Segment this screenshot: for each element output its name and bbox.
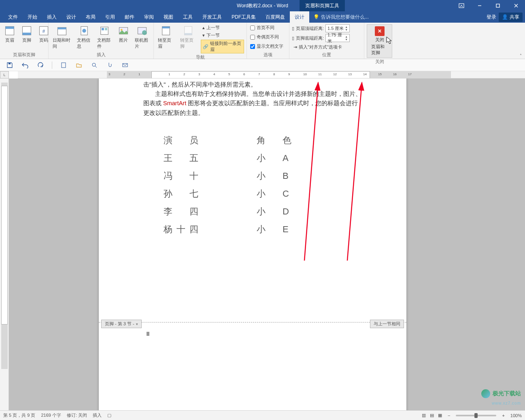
goto-header-button[interactable]: 转至页眉 <box>156 24 176 50</box>
tab-hf-design[interactable]: 设计 <box>290 11 309 23</box>
close-icon[interactable] <box>507 0 525 11</box>
table-cell: 李 四 <box>164 206 212 218</box>
document-workarea: 击"插入"，然后从不同库中选择所需元素。 主题和样式也有助于文档保持协调。当您单… <box>0 78 525 410</box>
chevron-down-icon: ▾ <box>136 322 138 326</box>
header-button[interactable]: 页眉 <box>2 24 17 44</box>
tell-me-search[interactable]: 💡 告诉我您想要做什么... <box>309 11 373 23</box>
svg-point-28 <box>92 63 96 66</box>
next-section-button[interactable]: ▾下一节 <box>201 32 244 39</box>
footer-bottom-label: 页脚底端距离: <box>296 35 324 41</box>
redo-icon[interactable] <box>36 61 45 69</box>
svg-rect-27 <box>62 63 66 68</box>
svg-rect-16 <box>102 28 104 30</box>
group-position: ▯ 页眉顶端距离: 1.5 厘米▲▼ ▯ 页脚底端距离: 1.75 厘米▲▼ ⇥… <box>289 23 364 59</box>
print-preview-icon[interactable] <box>90 61 98 69</box>
zoom-in-icon[interactable]: + <box>502 413 504 418</box>
arrow-up-icon: ▴ <box>202 25 205 30</box>
tab-baidu-netdisk[interactable]: 百度网盘 <box>261 11 290 23</box>
tab-design[interactable]: 设计 <box>62 11 81 23</box>
quick-parts-button[interactable]: 文档部件 <box>96 24 113 50</box>
table-cell: 小 C <box>257 188 305 200</box>
link-previous-button[interactable]: 🔗链接到前一条页眉 <box>201 40 244 53</box>
watermark-logo-icon <box>481 389 490 398</box>
first-page-different-checkbox[interactable]: 首页不同 <box>249 24 284 31</box>
svg-rect-26 <box>9 63 11 64</box>
doc-info-button[interactable]: 文档信息 <box>75 24 93 50</box>
link-icon: 🔗 <box>203 44 208 49</box>
page-indicator[interactable]: 第 5 页，共 9 页 <box>3 412 35 418</box>
odd-even-different-checkbox[interactable]: 奇偶页不同 <box>249 34 284 40</box>
table-cell: 杨十四 <box>164 223 212 235</box>
table-row: 李 四小 D <box>164 206 305 218</box>
group-options: 首页不同 奇偶页不同 显示文档文字 选项 <box>247 23 289 59</box>
tab-home[interactable]: 开始 <box>23 11 42 23</box>
collapse-ribbon-icon[interactable]: ˄ <box>520 53 522 58</box>
footer-bottom-distance-input[interactable]: 1.75 厘米▲▼ <box>325 34 350 42</box>
undo-icon[interactable] <box>21 61 29 69</box>
tab-selector[interactable]: L <box>0 71 9 78</box>
tab-layout[interactable]: 布局 <box>81 11 100 23</box>
arrow-down-icon: ▾ <box>202 33 205 38</box>
picture-button[interactable]: 图片 <box>116 24 131 44</box>
web-layout-icon[interactable]: ▦ <box>438 413 442 418</box>
macro-record-icon[interactable]: ▢ <box>107 413 111 418</box>
person-icon: 👤 <box>502 14 508 20</box>
tab-review[interactable]: 审阅 <box>139 11 159 23</box>
footer-button[interactable]: 页脚 <box>19 24 34 44</box>
group-insert: 日期和时间 文档信息 文档部件 图片 联机图片 插入 <box>49 23 154 59</box>
share-label: 共享 <box>510 14 519 21</box>
save-icon[interactable] <box>6 61 14 69</box>
table-cell: 小 D <box>257 206 305 218</box>
open-icon[interactable] <box>75 61 83 69</box>
track-changes-status[interactable]: 修订: 关闭 <box>67 412 87 418</box>
contextual-tab-label: 页眉和页脚工具 <box>300 0 345 11</box>
date-time-button[interactable]: 日期和时间 <box>51 24 73 50</box>
window-controls <box>452 0 525 11</box>
tab-insert[interactable]: 插入 <box>42 11 62 23</box>
table-row: 王 五小 A <box>164 152 305 164</box>
svg-point-21 <box>142 30 147 35</box>
tab-references[interactable]: 引用 <box>100 11 120 23</box>
insert-mode[interactable]: 插入 <box>93 412 102 418</box>
quick-access-toolbar <box>0 59 525 71</box>
show-document-text-checkbox[interactable]: 显示文档文字 <box>249 43 284 50</box>
page-number-icon: # <box>38 25 49 36</box>
table-row: 孙 七小 C <box>164 188 305 200</box>
insert-alignment-tab-button[interactable]: ⇥插入"对齐方式"选项卡 <box>292 44 350 51</box>
goto-header-icon <box>160 25 172 36</box>
horizontal-ruler[interactable]: 3211234567891011121314151617 <box>18 71 525 78</box>
tab-developer[interactable]: 开发工具 <box>198 11 227 23</box>
lightbulb-icon: 💡 <box>313 14 319 20</box>
zoom-level[interactable]: 100% <box>510 413 522 418</box>
tab-view[interactable]: 视图 <box>159 11 178 23</box>
share-button[interactable]: 👤 共享 <box>499 13 523 22</box>
maximize-icon[interactable] <box>489 0 507 11</box>
online-picture-button[interactable]: 联机图片 <box>133 24 151 50</box>
close-x-icon: ✕ <box>375 26 385 36</box>
print-layout-icon[interactable]: ▤ <box>430 413 434 418</box>
minimize-icon[interactable] <box>470 0 489 11</box>
picture-icon <box>118 25 129 36</box>
vertical-ruler[interactable] <box>0 78 9 410</box>
tab-mailings[interactable]: 邮件 <box>120 11 139 23</box>
touch-mode-icon[interactable] <box>106 61 114 69</box>
tab-pdf-tools[interactable]: PDF工具集 <box>227 11 261 23</box>
email-icon[interactable] <box>121 61 129 69</box>
online-picture-icon <box>136 25 148 36</box>
login-link[interactable]: 登录 <box>487 14 496 21</box>
header-top-distance-input[interactable]: 1.5 厘米▲▼ <box>325 24 350 32</box>
document-canvas[interactable]: 击"插入"，然后从不同库中选择所需元素。 主题和样式也有助于文档保持协调。当您单… <box>9 78 525 410</box>
zoom-slider[interactable] <box>456 415 496 416</box>
goto-footer-button[interactable]: 转至页脚 <box>179 24 198 50</box>
view-mode-buttons: ▥ ▤ ▦ <box>422 413 442 418</box>
title-bar: Word教程2.docx - Word 页眉和页脚工具 <box>0 0 525 11</box>
ribbon-display-options-icon[interactable] <box>452 0 470 11</box>
read-mode-icon[interactable]: ▥ <box>422 413 426 418</box>
zoom-out-icon[interactable]: − <box>448 413 450 418</box>
table-cell: 演 员 <box>164 134 212 146</box>
tab-file[interactable]: 文件 <box>3 11 23 23</box>
word-count[interactable]: 2169 个字 <box>41 412 61 418</box>
new-doc-icon[interactable] <box>60 61 68 69</box>
previous-section-button[interactable]: ▴上一节 <box>201 24 244 31</box>
tab-tools[interactable]: 工具 <box>178 11 198 23</box>
